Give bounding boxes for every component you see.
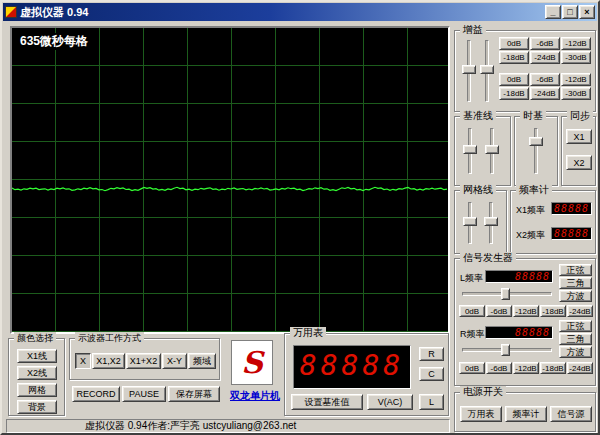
gain1-12db-button[interactable]: -12dB — [561, 37, 591, 50]
slider-thumb[interactable] — [463, 145, 477, 154]
sync-x2-button[interactable]: X2 — [566, 155, 592, 170]
l-sine-button[interactable]: 正弦 — [559, 264, 592, 276]
timebase-scale-label: 635微秒每格 — [18, 33, 90, 50]
color-x2-line-button[interactable]: X2线 — [17, 366, 57, 380]
mode-x1x2-button[interactable]: X1,X2 — [92, 353, 125, 369]
set-reference-button[interactable]: 设置基准值 — [291, 394, 363, 410]
gridlines-slider-1[interactable] — [462, 201, 478, 245]
vendor-logo: S — [231, 340, 273, 385]
slider-thumb[interactable] — [501, 288, 510, 300]
color-x1-line-button[interactable]: X1线 — [17, 349, 57, 363]
l-square-button[interactable]: 方波 — [559, 290, 592, 302]
sync-x1-button[interactable]: X1 — [566, 129, 592, 144]
save-screen-button[interactable]: 保存屏幕 — [168, 386, 220, 402]
slider-thumb[interactable] — [485, 145, 499, 154]
gain2-0db-button[interactable]: 0dB — [499, 73, 529, 86]
gain2-6db-button[interactable]: -6dB — [530, 73, 560, 86]
sync-panel-title: 同步 — [567, 110, 593, 122]
power-freqcounter-button[interactable]: 频率计 — [505, 406, 547, 422]
l-24db-button[interactable]: -24dB — [567, 305, 593, 317]
timebase-panel: 时基 — [514, 116, 558, 186]
slider-thumb[interactable] — [501, 344, 510, 356]
r-frequency-label: R频率 — [460, 328, 485, 341]
signal-generator-panel: 信号发生器 L频率 88888 正弦 三角 方波 0dB -6dB -12dB … — [454, 258, 596, 386]
frequency-counter-title: 频率计 — [516, 184, 552, 196]
minimize-button[interactable]: _ — [545, 5, 561, 19]
mode-freqdomain-button[interactable]: 频域 — [188, 353, 216, 369]
gridlines-slider-2[interactable] — [483, 201, 499, 245]
vac-button[interactable]: V(AC) — [367, 394, 413, 410]
gain-buttons-set1: 0dB -6dB -12dB -18dB -24dB -30dB — [499, 37, 591, 64]
gain1-18db-button[interactable]: -18dB — [499, 51, 529, 64]
slider-thumb[interactable] — [480, 65, 494, 74]
resistance-button[interactable]: R — [419, 347, 444, 361]
gain2-12db-button[interactable]: -12dB — [561, 73, 591, 86]
inductance-button[interactable]: L — [419, 394, 444, 410]
gain1-30db-button[interactable]: -30dB — [561, 51, 591, 64]
gain-panel-title: 增益 — [460, 24, 486, 36]
power-switch-panel: 电源开关 万用表 频率计 信号源 — [454, 392, 596, 432]
r-frequency-display: 88888 — [485, 326, 553, 339]
gain1-24db-button[interactable]: -24dB — [530, 51, 560, 64]
pause-button[interactable]: PAUSE — [122, 386, 166, 402]
titlebar: 虚拟仪器 0.94 _ □ × — [3, 3, 597, 21]
baseline-slider-2[interactable] — [484, 127, 500, 175]
l-0db-button[interactable]: 0dB — [459, 305, 485, 317]
l-level-slider[interactable] — [461, 287, 553, 301]
gain1-6db-button[interactable]: -6dB — [530, 37, 560, 50]
gain-buttons-set2: 0dB -6dB -12dB -18dB -24dB -30dB — [499, 73, 591, 100]
maximize-button[interactable]: □ — [562, 5, 578, 19]
status-text: 虚拟仪器 0.94作者:严宇亮 ustcyuliang@263.net — [85, 420, 296, 431]
mode-xy-button[interactable]: X-Y — [162, 353, 187, 369]
gain2-30db-button[interactable]: -30dB — [561, 87, 591, 100]
multimeter-display: 88888 — [293, 345, 411, 389]
gain2-18db-button[interactable]: -18dB — [499, 87, 529, 100]
l-18db-button[interactable]: -18dB — [540, 305, 566, 317]
r-square-button[interactable]: 方波 — [559, 346, 592, 358]
l-frequency-display: 88888 — [485, 270, 553, 283]
r-12db-button[interactable]: -12dB — [513, 362, 539, 374]
gridlines-panel-title: 网格线 — [460, 184, 496, 196]
power-signalsource-button[interactable]: 信号源 — [550, 406, 592, 422]
capacitance-button[interactable]: C — [419, 367, 444, 381]
slider-thumb[interactable] — [484, 217, 498, 226]
l-6db-button[interactable]: -6dB — [486, 305, 512, 317]
color-select-panel: 颜色选择 X1线 X2线 网格 背景 — [8, 338, 65, 416]
gain-panel: 增益 0dB -6dB -12dB -18dB -24dB -30dB 0dB … — [454, 30, 596, 112]
window-title: 虚拟仪器 0.94 — [20, 5, 88, 20]
x2-frequency-display: 88888 — [551, 227, 592, 240]
r-6db-button[interactable]: -6dB — [486, 362, 512, 374]
r-triangle-button[interactable]: 三角 — [559, 333, 592, 345]
mode-x-button[interactable]: X — [75, 353, 91, 369]
mode-x1plusx2-button[interactable]: X1+X2 — [126, 353, 161, 369]
baseline-slider-1[interactable] — [462, 127, 478, 175]
l-frequency-label: L频率 — [460, 272, 483, 285]
color-background-button[interactable]: 背景 — [17, 400, 57, 414]
r-level-slider[interactable] — [461, 343, 553, 357]
slider-thumb[interactable] — [463, 217, 477, 226]
gain-slider-2[interactable] — [479, 39, 495, 103]
vendor-link[interactable]: 双龙单片机 — [224, 389, 286, 403]
l-12db-button[interactable]: -12dB — [513, 305, 539, 317]
scope-mode-panel: 示波器工作方式 X X1,X2 X1+X2 X-Y 频域 — [69, 338, 220, 380]
slider-thumb[interactable] — [529, 137, 543, 146]
signal-generator-title: 信号发生器 — [460, 252, 516, 264]
record-button[interactable]: RECORD — [72, 386, 120, 402]
color-grid-button[interactable]: 网格 — [17, 383, 57, 397]
gain-slider-1[interactable] — [461, 39, 477, 103]
power-multimeter-button[interactable]: 万用表 — [460, 406, 502, 422]
r-24db-button[interactable]: -24dB — [567, 362, 593, 374]
close-button[interactable]: × — [579, 5, 595, 19]
gridlines-panel: 网格线 — [454, 190, 507, 254]
status-bar: 虚拟仪器 0.94作者:严宇亮 ustcyuliang@263.net — [6, 419, 450, 433]
l-triangle-button[interactable]: 三角 — [559, 277, 592, 289]
gain1-0db-button[interactable]: 0dB — [499, 37, 529, 50]
r-0db-button[interactable]: 0dB — [459, 362, 485, 374]
r-18db-button[interactable]: -18dB — [540, 362, 566, 374]
slider-thumb[interactable] — [462, 65, 476, 74]
timebase-slider[interactable] — [528, 127, 544, 175]
r-sine-button[interactable]: 正弦 — [559, 320, 592, 332]
gain2-24db-button[interactable]: -24dB — [530, 87, 560, 100]
scope-mode-title: 示波器工作方式 — [75, 332, 144, 344]
app-window: 虚拟仪器 0.94 _ □ × 635微秒每格 增益 0dB -6dB -12d… — [0, 0, 600, 435]
